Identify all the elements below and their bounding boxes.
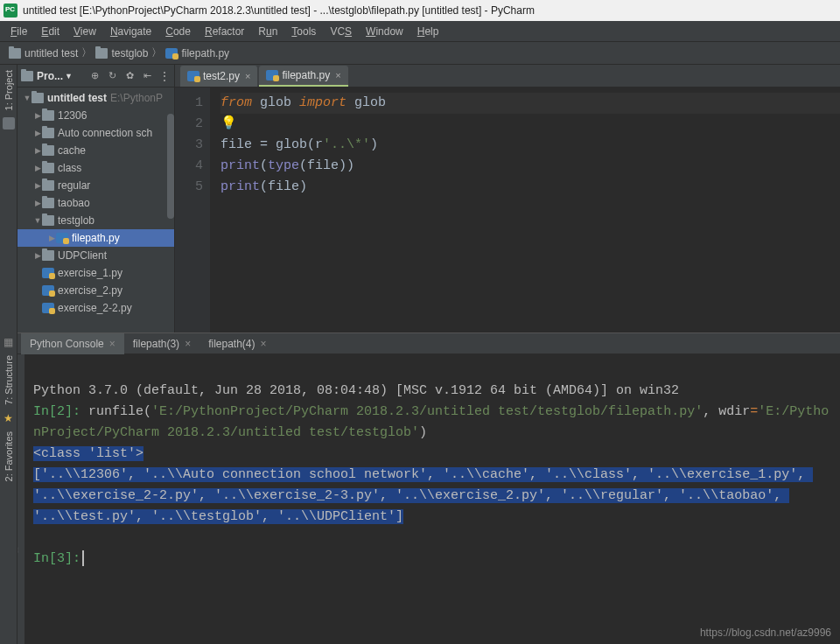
expand-arrow-icon[interactable] xyxy=(47,234,56,242)
tree-item-exercise-2-2-py[interactable]: exercise_2-2.py xyxy=(18,299,174,317)
punct: ( xyxy=(260,179,268,194)
editor-tabs: test2.py × filepath.py × xyxy=(175,65,840,88)
punct: ) xyxy=(299,179,307,194)
expand-arrow-icon[interactable] xyxy=(33,129,42,137)
tree-item-cache[interactable]: cache xyxy=(18,142,174,159)
punct: )) xyxy=(339,158,354,173)
rail-structure-tab[interactable]: 7: Structure xyxy=(4,352,14,409)
watermark: https://blog.csdn.net/az9996 xyxy=(700,626,831,639)
editor-tab-test2[interactable]: test2.py × xyxy=(180,66,257,87)
close-icon[interactable]: × xyxy=(109,338,116,350)
tree-item-label: exercise_1.py xyxy=(58,267,122,279)
code-content[interactable]: from glob import glob 💡 file = glob(r'..… xyxy=(210,88,840,332)
builtin: print xyxy=(220,179,260,194)
tree-item-12306[interactable]: 12306 xyxy=(18,107,174,124)
console-tab-filepath3[interactable]: filepath(3) × xyxy=(124,333,200,354)
punct: ) xyxy=(370,137,378,152)
tree-item-class[interactable]: class xyxy=(18,159,174,177)
rail-extra-icon[interactable] xyxy=(3,117,15,130)
lightbulb-icon[interactable]: 💡 xyxy=(220,116,237,131)
identifier: file xyxy=(307,158,339,173)
code-line: file = glob(r'..\*') xyxy=(220,135,840,156)
close-icon[interactable]: × xyxy=(261,338,267,350)
editor-tab-filepath[interactable]: filepath.py × xyxy=(259,66,347,87)
menu-file[interactable]: File xyxy=(4,25,34,38)
breadcrumb-folder[interactable]: testglob xyxy=(92,47,151,60)
star-icon[interactable]: ★ xyxy=(4,412,13,424)
code-editor[interactable]: 1 2 3 4 5 from glob import glob 💡 file =… xyxy=(175,88,840,332)
console-prompt: In[3]: xyxy=(33,551,80,566)
console-tab-python[interactable]: Python Console × xyxy=(21,333,124,354)
tree-item-regular[interactable]: regular xyxy=(18,177,174,194)
expand-arrow-icon[interactable] xyxy=(33,216,42,225)
tree-item-testglob[interactable]: testglob xyxy=(18,212,174,229)
menu-refactor[interactable]: Refactor xyxy=(198,25,251,38)
keyword: import xyxy=(299,95,346,110)
python-file-icon xyxy=(266,70,278,80)
menu-view[interactable]: View xyxy=(66,25,103,38)
menu-run[interactable]: Run xyxy=(251,25,284,38)
line-number: 3 xyxy=(175,135,203,156)
tree-item-taobao[interactable]: taobao xyxy=(18,194,174,212)
project-tree: untitled test E:\PythonP 12306Auto conne… xyxy=(18,88,174,332)
code-line: from glob import glob xyxy=(220,93,840,114)
line-number: 5 xyxy=(175,177,203,198)
expand-arrow-icon[interactable] xyxy=(33,251,42,260)
menu-tools[interactable]: Tools xyxy=(284,25,323,38)
scrollbar[interactable] xyxy=(167,114,174,219)
gear-icon[interactable]: ✿ xyxy=(123,70,136,82)
tree-item-filepath-py[interactable]: filepath.py xyxy=(18,229,174,247)
breadcrumb-file[interactable]: filepath.py xyxy=(162,47,233,60)
tree-item-exercise-1-py[interactable]: exercise_1.py xyxy=(18,264,174,282)
menu-window[interactable]: Window xyxy=(359,25,410,38)
project-panel-header: Pro... ▼ ⊕ ↻ ✿ ⇤ ⋮ xyxy=(18,65,174,88)
bottom-left-rail: ▦ 7: Structure ★ 2: Favorites xyxy=(0,332,18,644)
menu-help[interactable]: Help xyxy=(410,25,446,38)
tree-root[interactable]: untitled test E:\PythonP xyxy=(18,89,174,107)
close-icon[interactable]: × xyxy=(185,338,191,350)
expand-arrow-icon[interactable] xyxy=(33,199,42,207)
console-string: 'E:/PythonProject/PyCharm 2018.2.3/untit… xyxy=(151,404,703,419)
menu-vcs[interactable]: VCS xyxy=(323,25,359,38)
text-caret xyxy=(82,550,84,566)
expand-arrow-icon[interactable] xyxy=(33,164,42,172)
menu-navigate[interactable]: Navigate xyxy=(103,25,158,38)
breadcrumb-file-label: filepath.py xyxy=(181,47,229,60)
console-panel: Python Console × filepath(3) × filepath(… xyxy=(0,332,840,644)
rail-icon[interactable]: ▦ xyxy=(4,336,13,348)
locate-icon[interactable]: ⊕ xyxy=(88,70,101,82)
folder-icon xyxy=(42,128,54,138)
expand-arrow-icon[interactable] xyxy=(23,94,32,102)
project-panel-title[interactable]: Pro... ▼ xyxy=(21,70,73,82)
console-body: ↻ ■ ▶ ≡ 🖶 ☰ ∞ ◔ 🐞 ? ✿ + Python 3.7.0 (de… xyxy=(0,354,840,644)
rail-project-tab[interactable]: 1: Project xyxy=(4,70,14,110)
expand-arrow-icon[interactable] xyxy=(33,146,42,155)
breadcrumb-root[interactable]: untitled test xyxy=(5,47,81,60)
punct: ( xyxy=(299,158,307,173)
close-icon[interactable]: × xyxy=(245,71,250,81)
menu-code[interactable]: Code xyxy=(158,25,198,38)
more-icon[interactable]: ⋮ xyxy=(158,70,171,82)
folder-icon xyxy=(32,93,44,103)
console-line: Python 3.7.0 (default, Jun 28 2018, 08:0… xyxy=(33,383,679,398)
menu-edit[interactable]: Edit xyxy=(34,25,66,38)
refresh-icon[interactable]: ↻ xyxy=(106,70,118,82)
close-icon[interactable]: × xyxy=(335,70,340,80)
tree-item-label: filepath.py xyxy=(72,232,120,244)
folder-icon xyxy=(42,198,54,208)
expand-arrow-icon[interactable] xyxy=(33,111,42,120)
chevron-down-icon: ▼ xyxy=(65,72,73,80)
tree-item-auto-connection-sch[interactable]: Auto connection sch xyxy=(18,124,174,142)
expand-arrow-icon[interactable] xyxy=(33,181,42,190)
console-tab-filepath4[interactable]: filepath(4) × xyxy=(200,333,275,354)
tree-item-exercise-2-py[interactable]: exercise_2.py xyxy=(18,282,174,299)
python-file-icon xyxy=(42,303,54,313)
rail-favorites-tab[interactable]: 2: Favorites xyxy=(4,428,14,485)
console-output[interactable]: Python 3.7.0 (default, Jun 28 2018, 08:0… xyxy=(24,354,840,644)
tree-item-label: testglob xyxy=(58,214,94,227)
python-file-icon xyxy=(187,71,200,81)
project-panel-title-label: Pro... xyxy=(37,70,63,82)
tree-item-udpclient[interactable]: UDPClient xyxy=(18,247,174,264)
main-area: 1: Project Pro... ▼ ⊕ ↻ ✿ ⇤ ⋮ xyxy=(0,65,840,332)
collapse-icon[interactable]: ⇤ xyxy=(141,70,153,82)
